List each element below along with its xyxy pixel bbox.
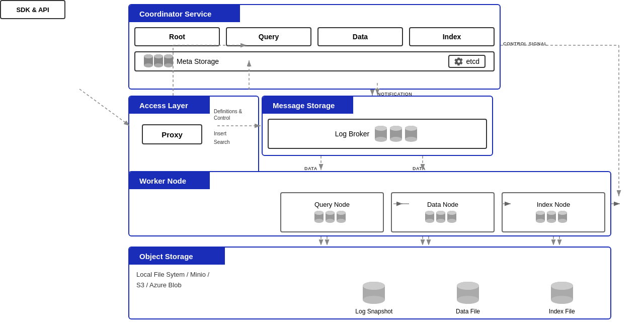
data-label-1: DATA	[304, 166, 317, 171]
log-broker-label: Log Broker	[335, 130, 369, 138]
svg-point-43	[436, 211, 445, 215]
svg-line-75	[79, 89, 130, 126]
query-node-label: Query Node	[314, 201, 350, 208]
svg-point-50	[536, 219, 545, 223]
svg-point-31	[326, 211, 335, 215]
log-snapshot-label: Log Snapshot	[355, 308, 392, 315]
etcd-box: etcd	[448, 55, 486, 68]
svg-point-34	[337, 219, 346, 223]
index-node-db-icons	[535, 210, 572, 224]
svg-point-42	[436, 219, 445, 223]
data-file-item: Data File	[425, 270, 512, 315]
svg-point-58	[558, 219, 567, 223]
svg-point-66	[457, 296, 479, 304]
coordinator-inner: Root Query Data Index	[134, 27, 495, 71]
sdk-api-box: SDK & API	[0, 0, 65, 19]
meta-storage-box: Meta Storage etcd	[134, 51, 495, 71]
svg-point-23	[405, 126, 417, 131]
access-title: Access Layer	[134, 99, 193, 112]
index-file-label: Index File	[549, 308, 575, 315]
log-snapshot-icon	[362, 281, 386, 306]
svg-point-14	[375, 137, 387, 142]
etcd-label: etcd	[466, 57, 479, 65]
svg-point-30	[326, 219, 335, 223]
svg-point-35	[337, 211, 346, 215]
coord-nodes-row: Root Query Data Index	[134, 27, 495, 46]
data-node-label: Data Node	[427, 201, 458, 208]
svg-point-71	[551, 282, 573, 290]
access-header: Access Layer	[129, 97, 210, 114]
meta-db-icons	[143, 53, 174, 69]
index-file-icon	[550, 281, 574, 306]
log-broker-db-icons	[374, 125, 420, 143]
data-file-label: Data File	[456, 308, 480, 315]
svg-point-18	[390, 137, 402, 142]
message-storage-box: Message Storage Log Broker	[262, 96, 493, 156]
worker-title: Worker Node	[134, 174, 191, 188]
access-layer-box: Access Layer Proxy	[128, 96, 259, 176]
worker-node-box: Worker Node Query Node Data Node	[128, 171, 611, 236]
svg-point-54	[547, 219, 556, 223]
meta-storage-label: Meta Storage	[177, 57, 219, 65]
coordinator-service-box: Coordinator Service Root Query Data Inde…	[128, 4, 501, 90]
svg-point-62	[363, 296, 385, 304]
query-node-coord: Query	[226, 27, 311, 46]
index-node-coord: Index	[409, 27, 495, 46]
svg-point-19	[390, 126, 402, 131]
gear-icon	[454, 57, 463, 66]
svg-point-7	[154, 54, 163, 58]
message-title: Message Storage	[268, 99, 340, 112]
svg-point-46	[447, 219, 456, 223]
object-storage-description: Local File Sytem / Minio /S3 / Azure Blo…	[136, 270, 209, 291]
svg-point-11	[164, 54, 173, 58]
svg-point-59	[558, 211, 567, 215]
worker-header: Worker Node	[129, 172, 210, 189]
index-node-label: Index Node	[537, 201, 571, 208]
object-storage-header: Object Storage	[129, 248, 225, 265]
svg-point-55	[547, 211, 556, 215]
insert-label: Insert	[214, 131, 226, 136]
index-file-item: Index File	[518, 270, 605, 315]
svg-point-26	[314, 219, 324, 223]
search-label: Search	[214, 139, 230, 145]
log-broker-box: Log Broker	[268, 119, 487, 149]
svg-point-38	[425, 219, 434, 223]
query-node-db-icons	[314, 210, 350, 224]
message-header: Message Storage	[263, 97, 353, 114]
data-node-db-icons	[425, 210, 461, 224]
svg-point-67	[457, 282, 479, 290]
data-node-coord: Data	[317, 27, 403, 46]
root-node: Root	[134, 27, 220, 46]
svg-point-15	[375, 126, 387, 131]
svg-point-39	[425, 211, 434, 215]
svg-point-6	[154, 63, 163, 67]
notification-label: NOTIFICATION	[377, 92, 412, 97]
svg-point-63	[363, 282, 385, 290]
data-node-box: Data Node	[391, 192, 495, 232]
svg-point-70	[551, 296, 573, 304]
data-label-2: DATA	[413, 166, 426, 171]
worker-nodes-container: Query Node Data Node Index Node	[280, 192, 605, 232]
object-storage-icons: Log Snapshot Data File Index Fil	[331, 270, 605, 315]
control-signal-label: CONTROL SIGNAL	[503, 41, 547, 46]
log-snapshot-item: Log Snapshot	[331, 270, 418, 315]
query-node-box: Query Node	[280, 192, 384, 232]
definitions-control-label: Definitions &Control	[214, 108, 242, 121]
architecture-diagram: SDK & API Coordinator Service Root Query…	[0, 0, 644, 324]
svg-point-3	[144, 54, 153, 58]
object-storage-box: Object Storage Local File Sytem / Minio …	[128, 247, 611, 319]
object-storage-title: Object Storage	[134, 250, 198, 263]
coordinator-title: Coordinator Service	[134, 7, 216, 21]
svg-point-22	[405, 137, 417, 142]
svg-point-10	[164, 63, 173, 67]
svg-point-51	[536, 211, 545, 215]
data-file-icon	[456, 281, 480, 306]
index-node-box: Index Node	[502, 192, 605, 232]
svg-point-47	[447, 211, 456, 215]
meta-storage-left: Meta Storage	[143, 53, 442, 69]
svg-point-27	[314, 211, 324, 215]
sdk-label: SDK & API	[16, 6, 49, 14]
coordinator-header: Coordinator Service	[129, 5, 240, 22]
proxy-button: Proxy	[142, 124, 202, 144]
svg-point-2	[144, 63, 153, 67]
